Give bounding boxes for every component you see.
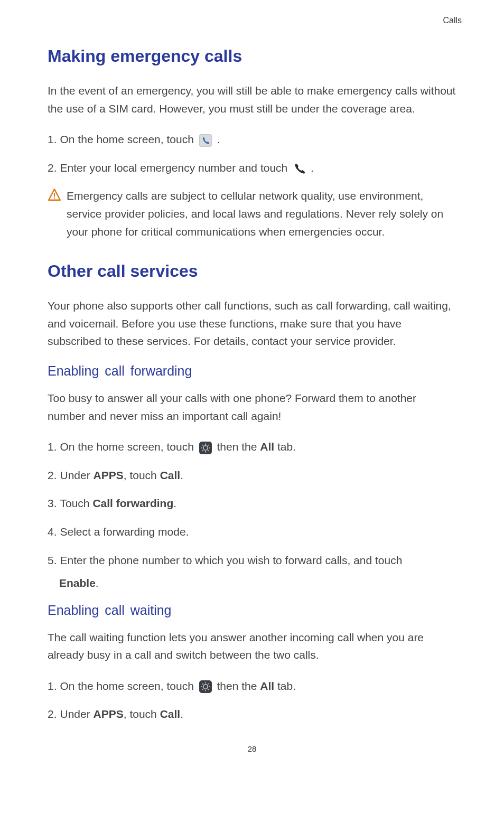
step-body: Enter the phone number to which you wish… <box>60 551 456 569</box>
step-body: Under APPS, touch Call. <box>60 466 456 484</box>
svg-rect-1 <box>54 193 55 197</box>
step-text: then the <box>217 680 260 692</box>
warning-text: Emergency calls are subject to cellular … <box>67 187 456 240</box>
settings-icon <box>199 442 212 454</box>
waiting-step1: 1. On the home screen, touch <box>48 677 456 695</box>
step-text: tab. <box>277 680 296 692</box>
step-bold: Call forwarding <box>92 497 173 509</box>
page-container: Calls Making emergency calls In the even… <box>0 0 504 774</box>
step-text: . <box>96 577 99 589</box>
step-text: , touch <box>124 708 160 720</box>
warning-icon <box>48 188 61 202</box>
step-bold: All <box>260 680 274 692</box>
step-body: Select a forwarding mode. <box>60 523 456 541</box>
step-body: Under APPS, touch Call. <box>60 705 456 723</box>
ol-number: 3. <box>48 494 57 512</box>
emergency-step2: 2. Enter your local emergency number and… <box>48 159 456 177</box>
header-section-label: Calls <box>48 16 462 25</box>
step-text: . <box>311 162 314 174</box>
step-text: , touch <box>124 469 160 481</box>
step-text: tab. <box>277 441 296 453</box>
step-text: On the home screen, touch <box>60 133 197 145</box>
step-text: Under <box>60 708 94 720</box>
step-text: On the home screen, touch <box>60 441 197 453</box>
step-bold: All <box>260 441 274 453</box>
emergency-heading: Making emergency calls <box>48 46 456 66</box>
page-number: 28 <box>48 744 456 753</box>
step-text: On the home screen, touch <box>60 680 197 692</box>
forwarding-step4: 4. Select a forwarding mode. <box>48 523 456 541</box>
other-heading: Other call services <box>48 261 456 281</box>
step-bold: Enable <box>59 577 96 589</box>
step-text: Under <box>60 469 94 481</box>
step-bold: APPS <box>94 708 124 720</box>
forwarding-step5-line2: Enable. <box>59 574 456 592</box>
ol-number: 2. <box>48 159 57 177</box>
step-text: . <box>173 497 176 509</box>
other-intro: Your phone also supports other call func… <box>48 297 456 350</box>
forwarding-step2: 2. Under APPS, touch Call. <box>48 466 456 484</box>
svg-rect-0 <box>199 134 212 147</box>
ol-number: 1. <box>48 677 57 695</box>
ol-number: 4. <box>48 523 57 541</box>
forwarding-step3: 3. Touch Call forwarding. <box>48 494 456 512</box>
emergency-warning: Emergency calls are subject to cellular … <box>48 187 456 240</box>
waiting-intro: The call waiting function lets you answe… <box>48 629 456 664</box>
step-bold: Call <box>160 469 181 481</box>
step-text: Touch <box>60 497 93 509</box>
step-text: . <box>180 469 183 481</box>
step-body: On the home screen, touch <box>60 677 456 695</box>
forwarding-heading: Enabling call forwarding <box>48 363 456 379</box>
ol-number: 2. <box>48 466 57 484</box>
step-body: On the home screen, touch <box>60 438 456 456</box>
waiting-heading: Enabling call waiting <box>48 603 456 618</box>
forwarding-step1: 1. On the home screen, touch <box>48 438 456 456</box>
step-bold: Call <box>160 708 181 720</box>
step-bold: APPS <box>94 469 124 481</box>
forwarding-step5: 5. Enter the phone number to which you w… <box>48 551 456 569</box>
emergency-step1: 1. On the home screen, touch . <box>48 130 456 148</box>
emergency-intro: In the event of an emergency, you will s… <box>48 82 456 117</box>
ol-number: 1. <box>48 438 57 456</box>
waiting-step2: 2. Under APPS, touch Call. <box>48 705 456 723</box>
ol-number: 1. <box>48 130 57 148</box>
ol-number: 2. <box>48 705 57 723</box>
ol-number: 5. <box>48 551 57 569</box>
step-text: . <box>217 133 220 145</box>
settings-icon <box>199 680 212 693</box>
forwarding-intro: Too busy to answer all your calls with o… <box>48 389 456 425</box>
step-text: . <box>180 708 183 720</box>
phone-app-icon <box>199 134 212 147</box>
step-body: On the home screen, touch . <box>60 130 456 148</box>
step-body: Touch Call forwarding. <box>60 494 456 512</box>
step-body: Enter your local emergency number and to… <box>60 159 456 177</box>
svg-rect-2 <box>54 198 55 199</box>
phone-handset-icon <box>293 162 305 175</box>
step-text: Enter your local emergency number and to… <box>60 162 291 174</box>
step-text: then the <box>217 441 260 453</box>
